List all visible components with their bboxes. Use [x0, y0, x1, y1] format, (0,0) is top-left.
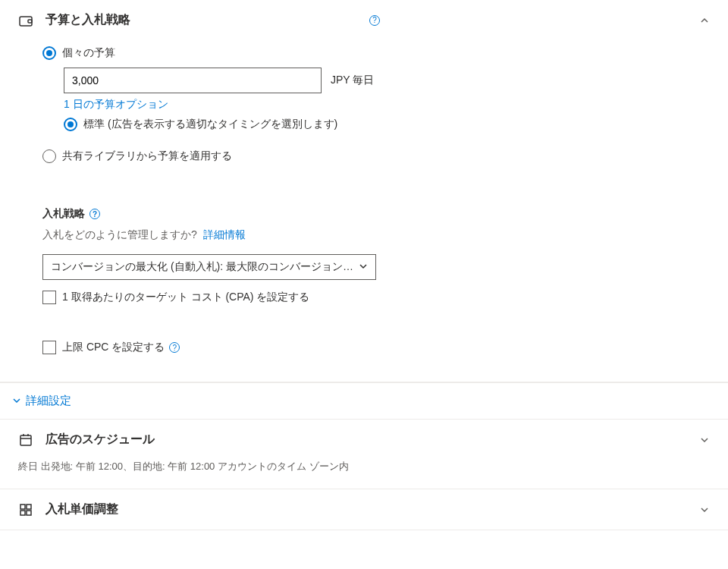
ad-schedule-summary: 終日 出発地: 午前 12:00、目的地: 午前 12:00 アカウントのタイム… [0, 460, 728, 489]
wallet-icon [18, 13, 33, 28]
budget-bid-section: 予算と入札戦略 ? 個々の予算 JPY 毎日 1 日の予算オプション 標 [0, 0, 728, 382]
cpc-checkbox-label: 上限 CPC を設定する [62, 341, 165, 354]
bid-strategy-title: 入札戦略 ? [42, 207, 710, 221]
budget-input-row: JPY 毎日 [64, 68, 710, 93]
checkbox-unchecked-icon [42, 291, 56, 304]
individual-budget-radio[interactable]: 個々の予算 [42, 46, 710, 60]
svg-rect-8 [20, 511, 25, 515]
calendar-icon [18, 432, 33, 448]
currency-label: JPY 毎日 [331, 74, 374, 87]
bid-strategy-value: コンバージョンの最大化 (自動入札): 最大限のコンバージョンを得る [51, 260, 359, 274]
svg-rect-9 [27, 511, 31, 515]
svg-rect-1 [28, 20, 32, 23]
ad-schedule-title: 広告のスケジュール [46, 432, 699, 448]
chevron-down-icon [699, 505, 710, 515]
bid-adjustment-header[interactable]: 入札単価調整 [0, 489, 728, 530]
bid-strategy-select[interactable]: コンバージョンの最大化 (自動入札): 最大限のコンバージョンを得る [42, 254, 376, 280]
chevron-down-icon [359, 261, 368, 273]
svg-rect-6 [20, 505, 25, 509]
budget-amount-input[interactable] [64, 68, 322, 93]
radio-checked-icon [64, 118, 77, 131]
advanced-settings-toggle[interactable]: 詳細設定 [0, 382, 728, 420]
more-info-link[interactable]: 詳細情報 [203, 228, 246, 240]
cpa-checkbox-row[interactable]: 1 取得あたりのターゲット コスト (CPA) を設定する [42, 291, 710, 304]
bid-adjustment-title: 入札単価調整 [46, 501, 699, 517]
svg-rect-7 [27, 505, 31, 509]
help-icon[interactable]: ? [169, 342, 180, 353]
shared-library-label: 共有ライブラリから予算を適用する [62, 149, 232, 163]
individual-budget-label: 個々の予算 [62, 46, 115, 60]
ad-schedule-section: 広告のスケジュール 終日 出発地: 午前 12:00、目的地: 午前 12:00… [0, 420, 728, 489]
checkbox-unchecked-icon [42, 341, 56, 354]
budget-bid-body: 個々の予算 JPY 毎日 1 日の予算オプション 標準 (広告を表示する適切なタ… [0, 40, 728, 382]
grid-icon [18, 502, 33, 517]
individual-budget-content: JPY 毎日 1 日の予算オプション 標準 (広告を表示する適切なタイミングを選… [64, 68, 710, 131]
help-icon[interactable]: ? [89, 209, 100, 219]
shared-library-radio[interactable]: 共有ライブラリから予算を適用する [42, 149, 710, 163]
bid-adjustment-section: 入札単価調整 [0, 489, 728, 530]
svg-rect-2 [20, 435, 31, 445]
budget-bid-title: 予算と入札戦略 [46, 12, 365, 28]
ad-schedule-header[interactable]: 広告のスケジュール [0, 420, 728, 460]
chevron-down-icon [699, 435, 710, 445]
svg-rect-0 [20, 17, 32, 26]
bid-strategy-question: 入札をどのように管理しますか? 詳細情報 [42, 228, 710, 242]
daily-budget-options-link[interactable]: 1 日の予算オプション [64, 98, 710, 112]
chevron-down-icon [12, 395, 21, 407]
budget-bid-header[interactable]: 予算と入札戦略 ? [0, 0, 728, 40]
help-icon[interactable]: ? [369, 15, 380, 26]
cpc-checkbox-row[interactable]: 上限 CPC を設定する ? [42, 341, 710, 354]
standard-delivery-label: 標準 (広告を表示する適切なタイミングを選別します) [83, 118, 337, 131]
radio-unchecked-icon [42, 149, 56, 163]
radio-checked-icon [42, 46, 56, 60]
standard-delivery-radio[interactable]: 標準 (広告を表示する適切なタイミングを選別します) [64, 118, 710, 131]
cpa-checkbox-label: 1 取得あたりのターゲット コスト (CPA) を設定する [62, 291, 309, 304]
bid-question-text: 入札をどのように管理しますか? [42, 228, 197, 240]
chevron-up-icon [699, 15, 710, 26]
advanced-settings-label: 詳細設定 [26, 394, 71, 408]
bid-strategy-title-text: 入札戦略 [42, 207, 85, 221]
